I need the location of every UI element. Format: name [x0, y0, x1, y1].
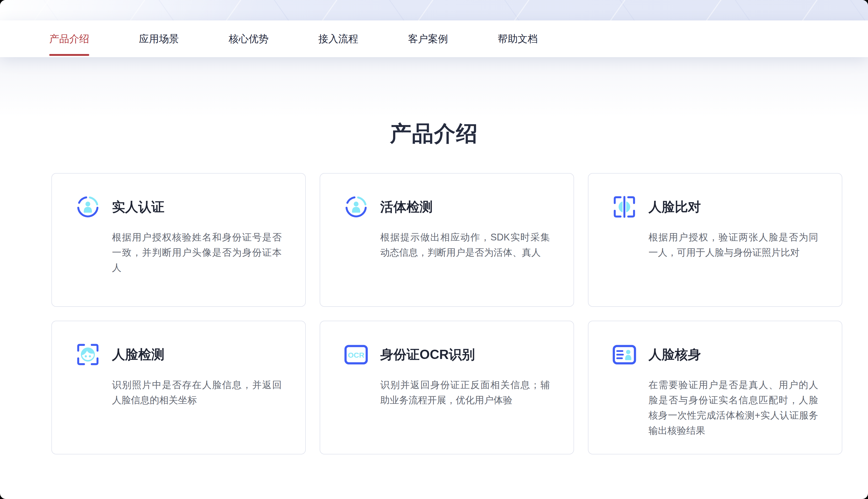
- tab-core-advantages[interactable]: 核心优势: [229, 21, 269, 57]
- card-real-person-auth: 实人认证 根据用户授权核验姓名和身份证号是否一致，并判断用户头像是否为身份证本人: [51, 173, 306, 307]
- tab-label: 产品介绍: [49, 32, 89, 46]
- person-scan-icon: [344, 195, 368, 219]
- decorative-banner: [0, 0, 868, 21]
- card-head: 人脸比对: [612, 195, 821, 219]
- card-description: 根据用户授权核验姓名和身份证号是否一致，并判断用户头像是否为身份证本人: [112, 230, 282, 275]
- idcard-person-icon: [612, 342, 636, 367]
- card-idcard-ocr: OCR 身份证OCR识别 识别并返回身份证正反面相关信息；辅助业务流程开展，优化…: [320, 321, 574, 454]
- tab-label: 应用场景: [139, 32, 179, 46]
- tab-product-intro[interactable]: 产品介绍: [49, 21, 89, 57]
- card-title: 人脸核身: [648, 346, 701, 363]
- card-head: 人脸核身: [612, 342, 821, 367]
- card-description: 根据提示做出相应动作，SDK实时采集动态信息，判断用户是否为活体、真人: [380, 230, 550, 260]
- tab-customer-cases[interactable]: 客户案例: [408, 21, 448, 57]
- card-face-compare: 人脸比对 根据用户授权，验证两张人脸是否为同一人，可用于人脸与身份证照片比对: [588, 173, 842, 307]
- card-description: 在需要验证用户是否是真人、用户的人脸是否与身份证实名信息匹配时，人脸核身一次性完…: [648, 377, 818, 438]
- card-head: OCR 身份证OCR识别: [344, 342, 552, 367]
- card-description: 根据用户授权，验证两张人脸是否为同一人，可用于人脸与身份证照片比对: [648, 230, 818, 260]
- card-head: 人脸检测: [76, 342, 284, 367]
- card-face-detection: 人脸检测 识别照片中是否存在人脸信息，并返回人脸信息的相关坐标: [51, 321, 306, 454]
- tab-label: 客户案例: [408, 32, 448, 46]
- tab-use-cases[interactable]: 应用场景: [139, 21, 179, 57]
- tab-label: 帮助文档: [498, 32, 538, 46]
- tab-bar: 产品介绍 应用场景 核心优势 接入流程 客户案例 帮助文档: [0, 21, 868, 57]
- idcard-ocr-icon: OCR: [344, 342, 368, 367]
- card-title: 活体检测: [380, 198, 433, 216]
- tab-help-docs[interactable]: 帮助文档: [498, 21, 538, 57]
- ocr-icon-label: OCR: [348, 351, 364, 359]
- page: 产品介绍 应用场景 核心优势 接入流程 客户案例 帮助文档 产品介绍: [0, 0, 868, 499]
- person-scan-icon: [76, 195, 100, 219]
- card-head: 活体检测: [344, 195, 552, 219]
- tab-label: 核心优势: [229, 32, 269, 46]
- card-face-verification: 人脸核身 在需要验证用户是否是真人、用户的人脸是否与身份证实名信息匹配时，人脸核…: [588, 321, 842, 454]
- card-head: 实人认证: [76, 195, 284, 219]
- feature-card-grid: 实人认证 根据用户授权核验姓名和身份证号是否一致，并判断用户头像是否为身份证本人: [51, 173, 843, 454]
- tab-integration-flow[interactable]: 接入流程: [318, 21, 358, 57]
- card-title: 人脸检测: [112, 346, 164, 363]
- card-description: 识别照片中是否存在人脸信息，并返回人脸信息的相关坐标: [112, 377, 282, 408]
- product-intro-section: 产品介绍 实人认证 根据用户授权核验姓名: [0, 57, 868, 454]
- card-description: 识别并返回身份证正反面相关信息；辅助业务流程开展，优化用户体验: [380, 377, 550, 408]
- face-detect-icon: [76, 342, 100, 367]
- card-title: 身份证OCR识别: [380, 346, 475, 363]
- card-title: 实人认证: [112, 198, 164, 216]
- card-title: 人脸比对: [648, 198, 701, 216]
- tab-label: 接入流程: [318, 32, 358, 46]
- face-compare-icon: [612, 195, 636, 219]
- card-liveness-detection: 活体检测 根据提示做出相应动作，SDK实时采集动态信息，判断用户是否为活体、真人: [320, 173, 574, 307]
- active-tab-underline: [49, 54, 89, 56]
- section-title: 产品介绍: [0, 121, 868, 146]
